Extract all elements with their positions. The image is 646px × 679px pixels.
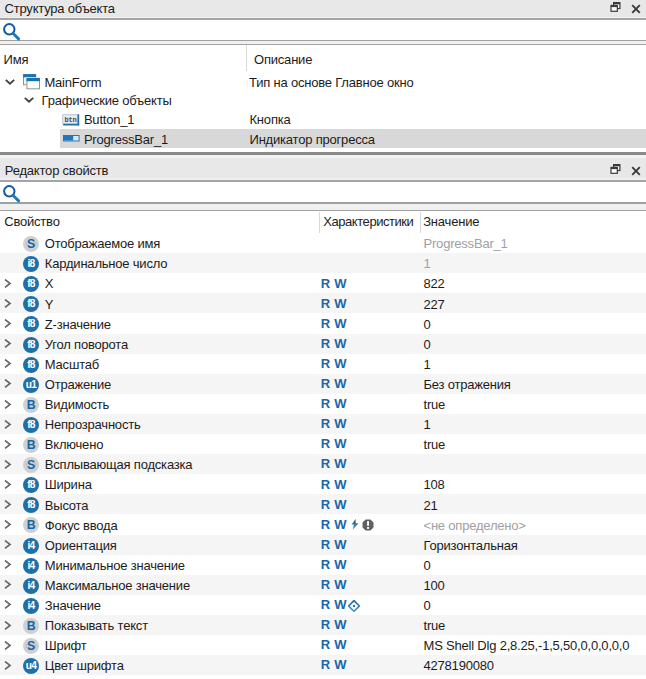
svg-text:btn: btn <box>64 116 76 124</box>
